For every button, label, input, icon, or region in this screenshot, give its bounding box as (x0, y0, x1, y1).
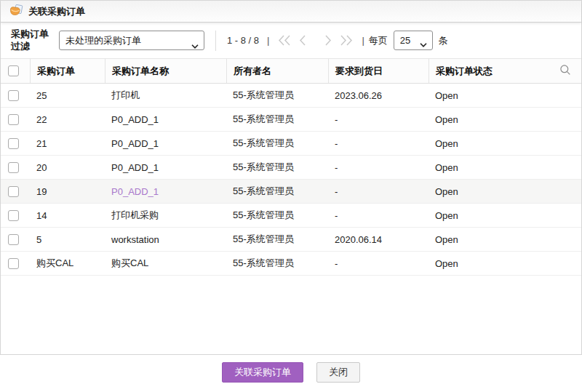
cell-owner: 55-系统管理员 (226, 156, 328, 179)
row-checkbox-cell (1, 180, 30, 203)
pagination: 1 - 8 / 8 | | (227, 35, 366, 46)
next-page-button[interactable] (324, 35, 332, 46)
dialog-title: 关联采购订单 (28, 5, 85, 18)
cell-due-date: 2023.06.26 (328, 84, 428, 107)
cell-po-number: 19 (30, 180, 105, 203)
row-checkbox[interactable] (8, 162, 19, 173)
cell-owner: 55-系统管理员 (226, 84, 328, 107)
last-page-button[interactable] (339, 35, 354, 46)
cell-owner: 55-系统管理员 (226, 204, 328, 227)
cell-po-name[interactable]: P0_ADD_1 (105, 156, 226, 179)
dialog-footer: 关联采购订单 关闭 (0, 362, 582, 383)
cell-po-number: 购买CAL (30, 252, 105, 275)
cell-due-date: - (328, 132, 428, 155)
cell-due-date: - (328, 108, 428, 131)
cell-status: Open (428, 156, 581, 179)
cell-status: Open (428, 228, 581, 251)
per-page-control: 每页 25 条 (369, 31, 448, 50)
cell-due-date: - (328, 204, 428, 227)
associate-purchase-order-dialog: 关联采购订单 采购订单 过滤 未处理的采购订单 1 - 8 / 8 | (0, 0, 582, 355)
header-po-name: 采购订单名称 (105, 59, 226, 83)
cell-status: Open (428, 108, 581, 131)
table-row: 21P0_ADD_155-系统管理员-Open (1, 132, 581, 156)
cell-po-name[interactable]: P0_ADD_1 (105, 108, 226, 131)
cell-due-date: - (328, 156, 428, 179)
row-checkbox[interactable] (8, 114, 19, 125)
page-info: 1 - 8 / 8 (227, 35, 259, 46)
cell-owner: 55-系统管理员 (226, 228, 328, 251)
cell-po-name[interactable]: 打印机采购 (105, 204, 226, 227)
table-row: 购买CAL购买CAL55-系统管理员-Open (1, 252, 581, 276)
table-row: 22P0_ADD_155-系统管理员-Open (1, 108, 581, 132)
per-page-unit: 条 (439, 34, 448, 47)
table-row: 25打印机55-系统管理员2023.06.26Open (1, 84, 581, 108)
header-due-date: 要求到货日 (328, 59, 428, 83)
cell-po-number: 21 (30, 132, 105, 155)
per-page-select[interactable]: 25 (394, 31, 433, 50)
header-po-number: 采购订单 (30, 59, 105, 83)
header-status: 采购订单状态 (428, 59, 581, 83)
select-all-checkbox[interactable] (8, 65, 19, 76)
row-checkbox[interactable] (8, 258, 19, 269)
filter-label: 采购订单 过滤 (11, 28, 49, 53)
cell-due-date: 2020.06.14 (328, 228, 428, 251)
cell-po-number: 5 (30, 228, 105, 251)
cell-owner: 55-系统管理员 (226, 252, 328, 275)
cell-status: Open (428, 84, 581, 107)
cell-po-name[interactable]: workstation (105, 228, 226, 251)
row-checkbox-cell (1, 252, 30, 275)
pagination-separator: | (362, 35, 364, 46)
cell-status: Open (428, 204, 581, 227)
dialog-titlebar: 关联采购订单 (1, 1, 581, 23)
table-row: 5workstation55-系统管理员2020.06.14Open (1, 228, 581, 252)
cell-due-date: - (328, 252, 428, 275)
cell-po-name[interactable]: P0_ADD_1 (105, 132, 226, 155)
row-checkbox[interactable] (8, 210, 19, 221)
table-row: 19P0_ADD_155-系统管理员-Open (1, 180, 581, 204)
cell-po-number: 25 (30, 84, 105, 107)
select-all-cell (1, 59, 30, 83)
previous-page-button[interactable] (298, 35, 307, 46)
cell-po-name[interactable]: P0_ADD_1 (105, 180, 226, 203)
row-checkbox-cell (1, 108, 30, 131)
cell-po-number: 20 (30, 156, 105, 179)
po-filter-select[interactable]: 未处理的采购订单 (59, 31, 204, 50)
divider (215, 31, 216, 51)
associate-po-button[interactable]: 关联采购订单 (222, 362, 303, 383)
cell-status: Open (428, 132, 581, 155)
row-checkbox[interactable] (8, 186, 19, 197)
cell-po-number: 22 (30, 108, 105, 131)
pagination-separator: | (267, 35, 269, 46)
table-row: 14打印机采购55-系统管理员-Open (1, 204, 581, 228)
table-row: 20P0_ADD_155-系统管理员-Open (1, 156, 581, 180)
table-header: 采购订单 采购订单名称 所有者名 要求到货日 采购订单状态 (1, 59, 581, 84)
purchase-order-link-icon (9, 4, 23, 19)
cell-owner: 55-系统管理员 (226, 108, 328, 131)
row-checkbox-cell (1, 204, 30, 227)
row-checkbox[interactable] (8, 234, 19, 245)
row-checkbox-cell (1, 132, 30, 155)
cell-po-number: 14 (30, 204, 105, 227)
cell-po-name[interactable]: 购买CAL (105, 252, 226, 275)
filter-bar: 采购订单 过滤 未处理的采购订单 1 - 8 / 8 | (1, 23, 581, 59)
row-checkbox-cell (1, 228, 30, 251)
cell-po-name[interactable]: 打印机 (105, 84, 226, 107)
cell-status: Open (428, 180, 581, 203)
search-icon[interactable] (559, 64, 571, 78)
per-page-label: 每页 (369, 34, 388, 47)
cell-owner: 55-系统管理员 (226, 132, 328, 155)
table-body: 25打印机55-系统管理员2023.06.26Open22P0_ADD_155-… (1, 84, 581, 276)
row-checkbox-cell (1, 156, 30, 179)
cell-due-date: - (328, 180, 428, 203)
row-checkbox[interactable] (8, 138, 19, 149)
header-owner: 所有者名 (226, 59, 328, 83)
cell-owner: 55-系统管理员 (226, 180, 328, 203)
row-checkbox[interactable] (8, 90, 19, 101)
row-checkbox-cell (1, 84, 30, 107)
close-button[interactable]: 关闭 (316, 362, 360, 383)
cell-status: Open (428, 252, 581, 275)
first-page-button[interactable] (277, 35, 292, 46)
